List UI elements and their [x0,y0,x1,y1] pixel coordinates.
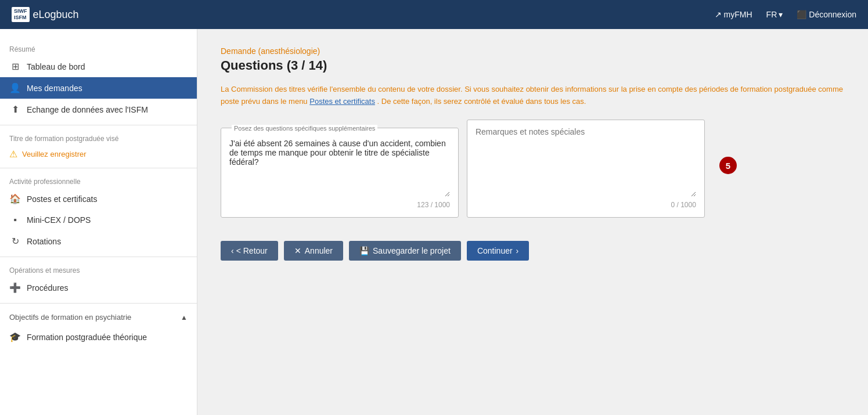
sidebar-item-echange[interactable]: ⬆ Echange de données avec l'ISFM [0,99,197,120]
sidebar-item-mes-demandes[interactable]: 👤 Mes demandes [0,77,197,99]
arrow-right-icon: › [516,246,519,255]
arrow-left-icon: ‹ [231,246,234,255]
rotate-icon: ↻ [9,236,21,247]
save-icon: 💾 [359,246,369,255]
page-subtitle: Demande (anesthésiologie) [221,46,845,56]
retour-button[interactable]: ‹ < Retour [221,241,278,261]
resume-section-label: Résumé [0,41,197,56]
divider-2 [0,168,197,168]
grid-icon: ⊞ [9,61,21,72]
remarks-textarea[interactable] [476,127,696,197]
external-link-icon: ↗ [715,10,722,19]
graduation-icon: 🎓 [9,331,21,342]
sidebar-item-postes-certificats[interactable]: 🏠 Postes et certificats [0,188,197,210]
header-nav: ↗ myFMH FR ▾ ⬛ Déconnexion [715,10,856,19]
divider-1 [0,125,197,125]
logo: SIWF ISFM eLogbuch [12,7,79,22]
sauvegarder-button[interactable]: 💾 Sauvegarder le projet [349,241,461,261]
fieldset-legend: Posez des questions spécifiques suppléme… [232,125,377,132]
button-row: ‹ < Retour ✕ Annuler 💾 Sauvegarder le pr… [221,241,845,261]
close-icon: ✕ [294,246,301,255]
page-title: Questions (3 / 14) [221,58,845,73]
question-textarea[interactable] [229,139,450,197]
user-icon: 👤 [9,82,21,93]
home-icon: 🏠 [9,193,21,204]
language-selector[interactable]: FR ▾ [766,10,783,19]
sidebar: Résumé ⊞ Tableau de bord 👤 Mes demandes … [0,29,197,415]
warning-icon: ⚠ [9,149,17,160]
char-count-1: 123 / 1000 [229,201,450,209]
document-icon: ▪ [9,215,21,225]
objectifs-section[interactable]: Objectifs de formation en psychiatrie ▲ [0,308,197,326]
char-count-2: 0 / 1000 [476,201,696,209]
badge-5: 5 [719,157,737,174]
sidebar-item-rotations[interactable]: ↻ Rotations [0,230,197,252]
logout-icon: ⬛ [797,10,806,19]
logo-box: SIWF ISFM [12,7,30,22]
operations-section-label: Opérations et mesures [0,262,197,277]
activite-section-label: Activité professionnelle [0,173,197,188]
sidebar-item-mini-cex[interactable]: ▪ Mini-CEX / DOPS [0,210,197,230]
sidebar-item-formation-postgraduee[interactable]: 🎓 Formation postgraduée théorique [0,326,197,348]
warning-row: ⚠ Veuillez enregistrer [0,145,197,163]
postes-certificats-link[interactable]: Postes et certificats [309,97,375,106]
titre-section-label: Titre de formation postgraduée visé [0,130,197,145]
remarks-box: 0 / 1000 [467,120,705,218]
question-fieldset: Posez des questions spécifiques suppléme… [221,125,459,218]
annuler-button[interactable]: ✕ Annuler [284,241,343,261]
exchange-icon: ⬆ [9,104,21,115]
info-text: La Commission des titres vérifie l'ensem… [221,84,845,108]
divider-3 [0,257,197,257]
header: SIWF ISFM eLogbuch ↗ myFMH FR ▾ ⬛ Déconn… [0,0,868,29]
procedures-icon: ➕ [9,282,21,293]
myfmh-link[interactable]: ↗ myFMH [715,10,752,19]
sidebar-item-procedures[interactable]: ➕ Procédures [0,277,197,298]
sidebar-item-tableau-de-bord[interactable]: ⊞ Tableau de bord [0,56,197,77]
logout-link[interactable]: ⬛ Déconnexion [797,10,856,19]
layout: Résumé ⊞ Tableau de bord 👤 Mes demandes … [0,29,868,415]
chevron-up-icon: ▲ [181,313,188,322]
divider-4 [0,303,197,304]
continuer-button[interactable]: Continuer › [467,241,529,261]
app-name: eLogbuch [33,9,79,21]
chevron-down-icon: ▾ [779,10,783,19]
main-content: Demande (anesthésiologie) Questions (3 /… [197,29,868,415]
